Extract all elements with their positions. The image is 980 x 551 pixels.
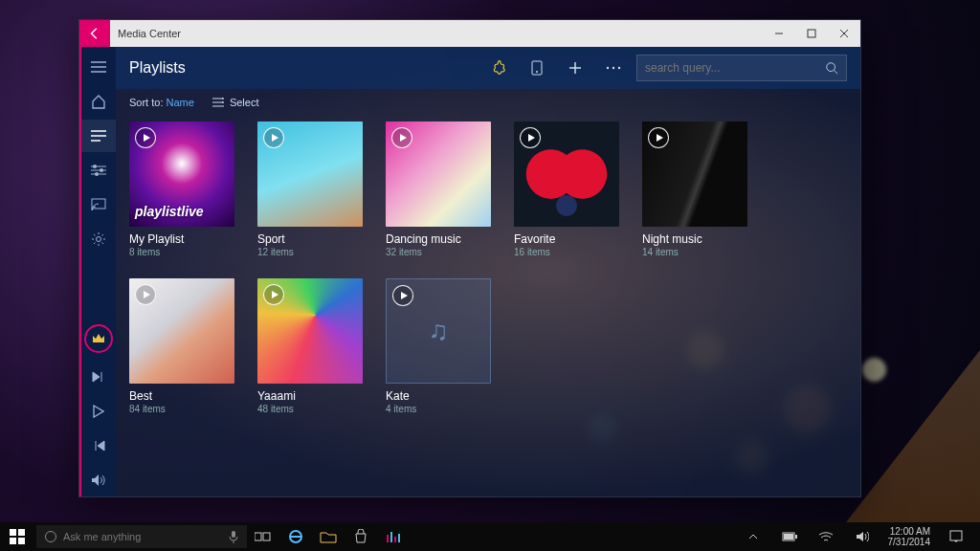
playlist-thumbnail[interactable]: [129, 278, 234, 384]
ie-icon[interactable]: [279, 522, 312, 551]
svg-rect-26: [398, 534, 400, 542]
task-view-icon[interactable]: [247, 522, 279, 551]
playlist-card[interactable]: ♫Kate4 items: [386, 278, 491, 414]
playlist-card[interactable]: Night music14 items: [642, 121, 747, 257]
playlist-card[interactable]: Favorite16 items: [514, 121, 619, 257]
playlist-thumbnail[interactable]: [386, 121, 491, 227]
start-button[interactable]: [0, 522, 34, 551]
svg-rect-25: [394, 537, 396, 542]
cast-icon[interactable]: [80, 188, 117, 221]
play-overlay-icon[interactable]: [135, 127, 156, 148]
time: 12:00 AM: [888, 526, 931, 537]
window-title: Media Center: [110, 28, 763, 39]
svg-rect-28: [795, 535, 797, 539]
sort-label: Sort to:: [129, 97, 163, 108]
playlist-count: 48 items: [257, 404, 363, 414]
svg-rect-29: [784, 534, 793, 540]
crown-icon[interactable]: [84, 324, 113, 353]
playlist-thumbnail[interactable]: [257, 121, 363, 227]
minimize-button[interactable]: [763, 20, 795, 47]
svg-line-13: [835, 71, 838, 75]
playlist-thumbnail[interactable]: [642, 121, 747, 227]
add-button[interactable]: [560, 53, 590, 83]
clock[interactable]: 12:00 AM 7/31/2014: [882, 526, 937, 547]
back-button[interactable]: [79, 20, 110, 47]
select-label: Select: [230, 97, 259, 108]
playlist-title: Kate: [386, 389, 491, 403]
settings-icon[interactable]: [80, 223, 117, 255]
tray-volume-icon[interactable]: [846, 522, 879, 551]
search-icon: [825, 61, 838, 75]
svg-rect-24: [390, 532, 392, 542]
play-overlay-icon[interactable]: [392, 285, 413, 306]
playlist-title: Favorite: [514, 232, 619, 246]
app-window: Media Center Playlists: [78, 19, 861, 497]
playlist-thumbnail[interactable]: playlistlive: [129, 121, 234, 227]
svg-point-12: [827, 63, 835, 72]
search-box[interactable]: [636, 55, 847, 81]
play-overlay-icon[interactable]: [263, 127, 284, 148]
cortana-search[interactable]: [36, 525, 247, 548]
sidebar: [79, 47, 116, 496]
playlist-title: My Playlist: [129, 232, 234, 246]
playlist-count: 4 items: [386, 404, 491, 414]
playlist-thumbnail[interactable]: ♫: [386, 278, 491, 384]
taskbar: 12:00 AM 7/31/2014: [0, 522, 980, 551]
sort-bar: Sort to: Name Select: [116, 89, 860, 116]
play-overlay-icon[interactable]: [648, 127, 669, 148]
playlist-title: Yaaami: [257, 389, 363, 403]
notifications-icon[interactable]: [940, 522, 972, 551]
playlist-card[interactable]: Best84 items: [129, 278, 234, 414]
playlist-card[interactable]: Sport12 items: [257, 121, 363, 257]
play-icon[interactable]: [80, 395, 117, 428]
svg-point-10: [612, 67, 614, 69]
hamburger-icon[interactable]: [80, 51, 117, 83]
playlist-title: Dancing music: [386, 232, 491, 246]
device-icon[interactable]: [522, 53, 552, 83]
play-overlay-icon[interactable]: [520, 127, 541, 148]
svg-rect-30: [950, 531, 962, 540]
store-icon[interactable]: [345, 522, 377, 551]
previous-icon[interactable]: [80, 430, 117, 462]
search-input[interactable]: [645, 61, 819, 75]
svg-rect-17: [18, 538, 25, 544]
system-tray: 12:00 AM 7/31/2014: [737, 522, 981, 551]
playlist-card[interactable]: Dancing music32 items: [386, 121, 491, 257]
svg-point-6: [97, 237, 101, 242]
app-task-icon[interactable]: [377, 522, 410, 551]
sort-value[interactable]: Name: [167, 97, 194, 108]
tray-chevron-icon[interactable]: [737, 522, 769, 551]
snap-icon[interactable]: [483, 53, 514, 83]
cortana-input[interactable]: [63, 531, 222, 542]
equalizer-icon[interactable]: [80, 154, 117, 187]
close-button[interactable]: [828, 20, 860, 47]
playlist-count: 14 items: [642, 247, 747, 257]
content-header: Playlists: [116, 47, 860, 89]
wifi-icon[interactable]: [810, 522, 842, 551]
svg-point-8: [536, 71, 538, 73]
playlist-card[interactable]: Yaaami48 items: [257, 278, 363, 414]
cortana-icon: [44, 530, 57, 543]
page-title: Playlists: [129, 59, 476, 77]
playlist-count: 16 items: [514, 247, 619, 257]
playlist-thumbnail[interactable]: [514, 121, 619, 227]
play-overlay-icon[interactable]: [135, 284, 156, 305]
playlist-thumbnail[interactable]: [257, 278, 363, 384]
playlist-card[interactable]: playlistliveMy Playlist8 items: [129, 121, 234, 257]
home-icon[interactable]: [80, 85, 117, 118]
maximize-button[interactable]: [795, 20, 828, 47]
next-inline-icon[interactable]: [80, 361, 117, 393]
more-button[interactable]: [598, 53, 629, 83]
playlists-icon[interactable]: [79, 120, 116, 152]
battery-icon[interactable]: [773, 522, 806, 551]
svg-point-2: [93, 165, 97, 168]
play-overlay-icon[interactable]: [391, 127, 412, 148]
explorer-icon[interactable]: [312, 522, 345, 551]
playlist-count: 8 items: [129, 247, 234, 257]
play-overlay-icon[interactable]: [263, 284, 284, 305]
thumbnail-overlay-text: playlistlive: [135, 204, 204, 219]
volume-icon[interactable]: [80, 464, 117, 496]
select-button[interactable]: Select: [212, 97, 259, 108]
mic-icon[interactable]: [228, 530, 239, 543]
playlist-count: 84 items: [129, 404, 234, 414]
